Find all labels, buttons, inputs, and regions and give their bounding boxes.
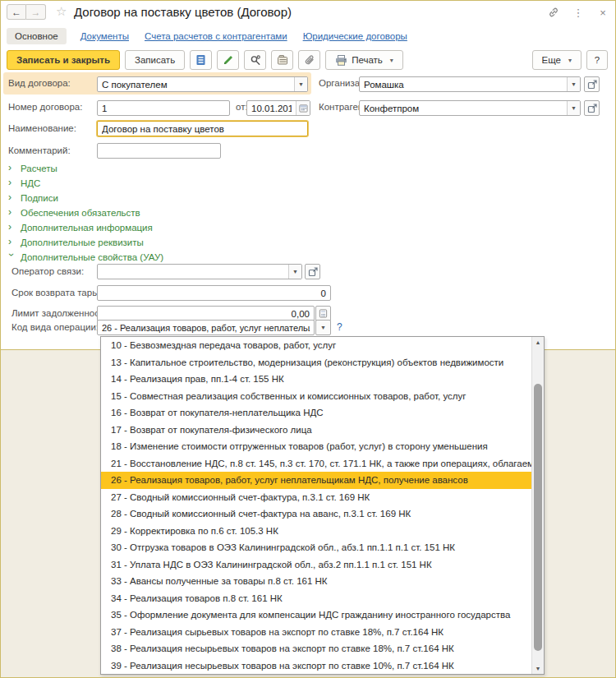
section-toggle[interactable]: Расчеты (8, 161, 163, 176)
dropdown-option[interactable]: 16 - Возврат от покупателя-неплательщика… (101, 404, 531, 422)
sign-button[interactable] (217, 50, 239, 70)
dropdown-option[interactable]: 26 - Реализация товаров, работ, услуг не… (101, 472, 531, 489)
favorite-star-icon[interactable]: ☆ (56, 4, 67, 19)
question-icon: ? (595, 55, 600, 65)
chevron-icon (8, 237, 15, 247)
comment-label: Комментарий: (8, 145, 71, 155)
close-icon[interactable]: × (596, 6, 609, 19)
dropdown-option[interactable]: 33 - Авансы полученные за товары п.8 ст.… (101, 573, 531, 590)
print-label: Печать (352, 55, 383, 65)
calculator-icon (319, 309, 328, 318)
tab[interactable]: Основное (7, 28, 67, 44)
operation-code-dropdown-button[interactable]: ▼ (315, 320, 331, 335)
calendar-icon[interactable] (296, 101, 310, 115)
tab[interactable]: Юридические договоры (301, 28, 409, 44)
chevron-icon (8, 163, 15, 173)
paperclip-icon (304, 54, 315, 66)
dropdown-option[interactable]: 17 - Возврат от покупателя-физического л… (101, 422, 531, 439)
forward-button[interactable]: → (26, 4, 46, 20)
section-list: Расчеты НДС Подписи Обеспечения обязател… (8, 161, 163, 265)
attachments-button[interactable] (298, 50, 320, 70)
dropdown-option[interactable]: 30 - Отгрузка товаров в ОЭЗ Калининградс… (101, 539, 531, 556)
help-button[interactable]: ? (586, 50, 608, 70)
dropdown-scrollbar[interactable]: ▲ ▼ (531, 337, 544, 674)
contract-number-value: 1 (102, 104, 225, 113)
page-title: Договор на поставку цветов (Договор) (74, 5, 292, 19)
name-input[interactable]: Договор на поставку цветов (97, 121, 308, 136)
operation-code-select[interactable]: 26 - Реализация товаров, работ, услуг не… (97, 320, 315, 335)
dropdown-option[interactable]: 37 - Реализация сырьевых товаров на эксп… (101, 624, 531, 641)
chevron-icon (8, 192, 15, 202)
dropdown-option[interactable]: 10 - Безвозмездная передача товаров, раб… (101, 337, 531, 354)
more-label: Еще (542, 55, 561, 65)
open-form-icon (587, 104, 597, 113)
operator-open-button[interactable] (305, 264, 320, 279)
save-and-close-label: Записать и закрыть (16, 55, 110, 65)
contract-type-select[interactable]: С покупателем ▼ (97, 76, 308, 92)
chevron-down-icon[interactable]: ▼ (567, 101, 580, 115)
section-toggle[interactable]: НДС (8, 176, 163, 191)
scroll-up-icon[interactable]: ▲ (532, 337, 544, 348)
dropdown-option[interactable]: 14 - Реализация прав, пп.1-4 ст. 155 НК (101, 371, 531, 388)
comment-input[interactable] (97, 143, 221, 159)
save-button[interactable]: Записать (125, 50, 185, 70)
operation-code-dropdown-list: 10 - Безвозмездная передача товаров, раб… (100, 336, 545, 675)
dropdown-option[interactable]: 18 - Изменение стоимости отгруженных тов… (101, 438, 531, 455)
organization-select[interactable]: Ромашка ▼ (359, 76, 581, 92)
dropdown-option[interactable]: 15 - Совместная реализация собственных и… (101, 388, 531, 405)
scrollbar-thumb[interactable] (534, 384, 542, 651)
open-form-icon (308, 267, 318, 277)
dropdown-option[interactable]: 35 - Оформление документа для компенсаци… (101, 607, 531, 624)
section-label: Обеспечения обязательств (21, 208, 140, 218)
card-file-icon (277, 54, 288, 66)
tab[interactable]: Счета расчетов с контрагентами (143, 28, 289, 44)
back-button[interactable]: ← (7, 4, 26, 20)
operator-label: Оператор связи: (11, 266, 84, 276)
organization-open-button[interactable] (584, 76, 600, 92)
section-toggle[interactable]: Дополнительные свойства (УАУ) (8, 250, 163, 265)
dropdown-option[interactable]: 13 - Капитальное строительство, модерниз… (101, 354, 531, 371)
contract-date-input[interactable]: 10.01.2014 (246, 100, 310, 116)
section-label: Дополнительная информация (21, 223, 153, 233)
forward-arrow-icon: → (31, 7, 41, 18)
dropdown-option[interactable]: 29 - Корректировка по п.6 ст. 105.3 НК (101, 523, 531, 540)
dropdown-option[interactable]: 27 - Сводный комиссионный счет-фактура, … (101, 489, 531, 506)
chevron-down-icon[interactable]: ▼ (567, 77, 580, 91)
magnifier-gear-icon (250, 54, 261, 66)
get-link-icon[interactable] (547, 6, 560, 19)
counterparty-open-button[interactable] (584, 100, 600, 116)
pick-button[interactable] (244, 50, 266, 70)
field-help-icon[interactable]: ? (337, 321, 342, 333)
section-label: Расчеты (21, 164, 57, 173)
chevron-icon (8, 222, 15, 232)
chevron-down-icon[interactable]: ▼ (294, 77, 307, 91)
toolbar-right: Еще ? (532, 50, 608, 70)
container-return-input[interactable]: 0 (97, 285, 331, 301)
section-toggle[interactable]: Дополнительная информация (8, 220, 163, 235)
dropdown-option[interactable]: 28 - Сводный комиссионный счет-фактура н… (101, 505, 531, 523)
dropdown-option[interactable]: 31 - Уплата НДС в ОЭЗ Калининградской об… (101, 556, 531, 574)
dropdown-option[interactable]: 34 - Реализация товаров п.8 ст. 161 НК (101, 590, 531, 607)
counterparty-select[interactable]: Конфетпром ▼ (359, 100, 581, 116)
scroll-down-icon[interactable]: ▼ (532, 663, 544, 674)
dropdown-option[interactable]: 21 - Восстановление НДС, п.8 ст. 145, п.… (101, 455, 531, 473)
chevron-down-icon[interactable]: ▼ (288, 265, 301, 279)
tab[interactable]: Документы (79, 28, 131, 44)
container-return-value: 0 (102, 288, 326, 298)
accounts-button[interactable] (190, 50, 212, 70)
more-button[interactable]: Еще (532, 50, 582, 70)
chevron-icon (8, 207, 15, 217)
kebab-menu-icon[interactable]: ⋮ (572, 6, 585, 19)
operation-code-label: Код вида операции: (11, 322, 99, 332)
operator-select[interactable]: ▼ (97, 264, 302, 279)
back-arrow-icon: ← (11, 7, 21, 18)
dropdown-option[interactable]: 38 - Реализация несырьевых товаров на эк… (101, 640, 531, 657)
related-documents-button[interactable] (271, 50, 293, 70)
section-toggle[interactable]: Дополнительные реквизиты (8, 235, 163, 250)
save-and-close-button[interactable]: Записать и закрыть (7, 50, 120, 70)
print-button[interactable]: Печать (325, 50, 403, 70)
contract-number-input[interactable]: 1 (97, 100, 230, 116)
section-toggle[interactable]: Обеспечения обязательств (8, 205, 163, 220)
dropdown-option[interactable]: 39 - Реализация несырьевых товаров на эк… (101, 657, 531, 675)
section-toggle[interactable]: Подписи (8, 191, 163, 205)
